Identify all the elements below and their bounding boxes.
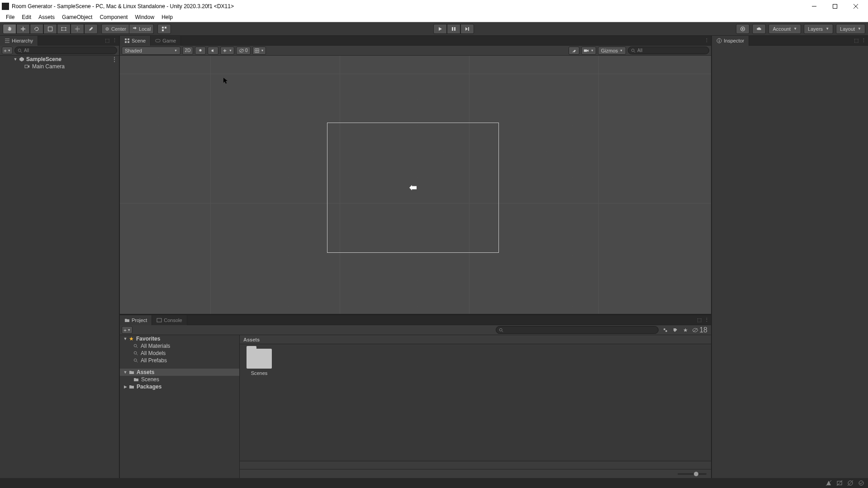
transform-tool-button[interactable] [71, 24, 84, 34]
asset-folder-item[interactable]: Scenes [244, 349, 274, 376]
svg-rect-14 [165, 27, 166, 28]
handle-rotation-button[interactable]: Local [129, 24, 154, 34]
expand-toggle[interactable]: ▼ [123, 336, 128, 341]
inspector-tab[interactable]: Inspector [712, 36, 749, 46]
kebab-icon[interactable]: ⋮ [112, 38, 117, 43]
slider-thumb[interactable] [694, 472, 698, 476]
account-dropdown[interactable]: Account▼ [768, 24, 801, 34]
hidden-packages-button[interactable]: 18 [690, 326, 709, 334]
layout-dropdown[interactable]: Layout▼ [836, 24, 865, 34]
status-icon-4[interactable] [858, 480, 864, 486]
status-icon-1[interactable] [825, 480, 832, 486]
layers-dropdown[interactable]: Layers▼ [804, 24, 833, 34]
kebab-icon[interactable]: ⋮ [704, 317, 709, 323]
console-tab[interactable]: Console [152, 315, 187, 325]
gizmos-dropdown[interactable]: Gizmos▼ [598, 47, 626, 55]
svg-line-25 [21, 51, 22, 52]
svg-point-48 [134, 351, 137, 354]
kebab-icon[interactable]: ⋮ [861, 38, 866, 43]
hidden-count: 0 [245, 48, 248, 53]
menu-file[interactable]: File [2, 12, 18, 22]
scene-viewport[interactable] [120, 56, 711, 314]
2d-toggle[interactable]: 2D [182, 47, 193, 55]
hierarchy-tree[interactable]: ▼ SampleScene ⋮ Main Camera [0, 56, 119, 478]
snap-button[interactable] [157, 24, 171, 34]
scene-row[interactable]: ▼ SampleScene ⋮ [0, 56, 119, 63]
search-icon [631, 48, 636, 53]
expand-toggle[interactable]: ▶ [123, 384, 128, 389]
favorites-row[interactable]: ▼ ★ Favorites [120, 335, 239, 342]
svg-line-39 [634, 51, 636, 52]
hierarchy-create-button[interactable]: +▼ [2, 47, 13, 54]
status-icon-3[interactable] [847, 480, 854, 486]
fx-dropdown[interactable]: ▼ [220, 47, 234, 55]
close-button[interactable] [845, 0, 866, 12]
step-button[interactable] [460, 24, 474, 34]
lock-icon[interactable]: ⬚ [697, 317, 702, 323]
folder-row[interactable]: Scenes [120, 376, 239, 383]
lighting-toggle[interactable] [195, 47, 206, 55]
filter-by-type-button[interactable] [660, 326, 670, 334]
project-breadcrumb[interactable]: Assets [240, 335, 711, 344]
scene-icon [124, 38, 130, 43]
game-tab[interactable]: Game [151, 36, 181, 46]
scene-tools-button[interactable] [569, 47, 579, 55]
rotate-tool-button[interactable] [30, 24, 43, 34]
menu-window[interactable]: Window [131, 12, 158, 22]
hand-tool-button[interactable] [3, 24, 16, 34]
audio-toggle[interactable] [208, 47, 218, 55]
lock-icon[interactable]: ⬚ [105, 38, 109, 43]
hierarchy-search[interactable]: All [14, 47, 117, 54]
menu-edit[interactable]: Edit [18, 12, 35, 22]
grid-dropdown[interactable]: ▼ [252, 47, 266, 55]
shading-mode-dropdown[interactable]: Shaded ▼ [122, 47, 180, 55]
cloud-button[interactable] [752, 24, 766, 34]
save-search-button[interactable]: ★ [680, 326, 690, 334]
svg-point-60 [859, 481, 863, 485]
collab-button[interactable] [736, 24, 749, 34]
project-tab[interactable]: Project [120, 315, 152, 325]
camera-settings-dropdown[interactable]: ▼ [581, 47, 596, 55]
packages-row[interactable]: ▶ Packages [120, 383, 239, 390]
project-folder-tree[interactable]: ▼ ★ Favorites All Materials All Models [120, 335, 240, 478]
favorite-item[interactable]: All Prefabs [120, 357, 239, 364]
scene-name: SampleScene [26, 56, 62, 62]
project-search[interactable] [496, 326, 659, 334]
asset-grid[interactable]: Scenes [240, 344, 711, 461]
minimize-button[interactable] [804, 0, 825, 12]
play-button[interactable] [433, 24, 447, 34]
menu-help[interactable]: Help [158, 12, 176, 22]
favorite-item[interactable]: All Materials [120, 342, 239, 350]
scene-search[interactable]: All [628, 47, 709, 54]
rect-tool-button[interactable] [57, 24, 71, 34]
console-icon [157, 317, 162, 323]
custom-tool-button[interactable] [84, 24, 98, 34]
kebab-icon[interactable]: ⋮ [112, 56, 117, 62]
filter-by-label-button[interactable] [670, 326, 680, 334]
svg-point-8 [61, 29, 62, 30]
gameobject-row[interactable]: Main Camera [0, 63, 119, 70]
status-icon-2[interactable] [836, 480, 843, 486]
expand-toggle[interactable]: ▼ [13, 57, 18, 62]
menu-component[interactable]: Component [96, 12, 131, 22]
move-tool-button[interactable] [16, 24, 30, 34]
favorite-item[interactable]: All Models [120, 350, 239, 357]
expand-toggle[interactable]: ▼ [123, 370, 128, 374]
favorites-label: Favorites [136, 336, 160, 342]
maximize-button[interactable] [825, 0, 845, 12]
project-create-button[interactable]: +▼ [122, 326, 133, 334]
search-icon [499, 328, 503, 332]
scale-tool-button[interactable] [43, 24, 57, 34]
kebab-icon[interactable]: ⋮ [704, 38, 709, 43]
hidden-objects-button[interactable]: 0 [236, 47, 251, 55]
menu-gameobject[interactable]: GameObject [58, 12, 96, 22]
lock-icon[interactable]: ⬚ [854, 38, 859, 43]
pivot-mode-button[interactable]: Center [101, 24, 129, 34]
pause-button[interactable] [447, 24, 460, 34]
hierarchy-tab[interactable]: Hierarchy [0, 36, 38, 46]
thumbnail-size-slider[interactable] [678, 473, 707, 475]
scene-tab[interactable]: Scene [120, 36, 151, 46]
menu-assets[interactable]: Assets [35, 12, 58, 22]
caret-down-icon: ▼ [591, 49, 594, 52]
assets-row[interactable]: ▼ Assets [120, 369, 239, 376]
